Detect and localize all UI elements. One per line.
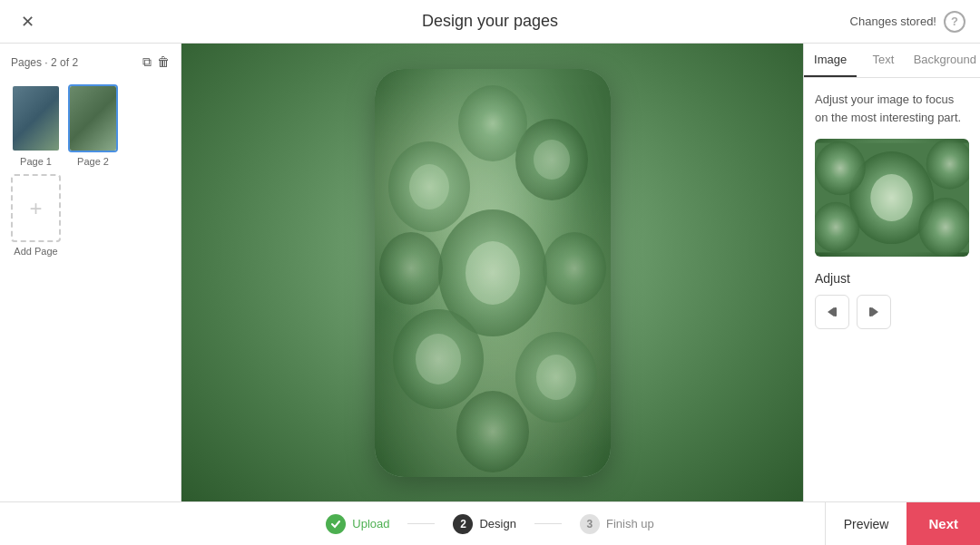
svg-point-9 bbox=[536, 355, 576, 400]
step-indicators: Upload 2 Design 3 Finish up bbox=[326, 514, 653, 534]
canvas-wrapper bbox=[375, 69, 611, 477]
step-finish-label: Finish up bbox=[606, 517, 654, 530]
right-panel-content: Adjust your image to focus on the most i… bbox=[804, 78, 980, 501]
step-divider-2 bbox=[534, 523, 562, 524]
svg-point-11 bbox=[543, 232, 606, 305]
step-upload-label: Upload bbox=[352, 517, 389, 530]
svg-marker-21 bbox=[828, 307, 834, 316]
step-design: 2 Design bbox=[453, 514, 515, 534]
step-upload-num bbox=[326, 514, 346, 534]
duplicate-page-button[interactable]: ⧉ bbox=[142, 54, 152, 70]
redo-adjust-button[interactable] bbox=[857, 295, 891, 329]
page-thumbnails: Page 1 Page 2 + Add Page bbox=[0, 77, 181, 264]
changes-stored-label: Changes stored! bbox=[850, 15, 936, 28]
svg-point-16 bbox=[870, 174, 912, 221]
svg-point-13 bbox=[456, 391, 529, 472]
adjust-description: Adjust your image to focus on the most i… bbox=[815, 91, 969, 126]
header-right: Changes stored! ? bbox=[850, 11, 965, 33]
page-1-label: Page 1 bbox=[20, 156, 52, 167]
page-thumb-1[interactable]: Page 1 bbox=[11, 84, 61, 167]
pages-label-row: Pages · 2 of 2 ⧉ 🗑 bbox=[0, 54, 181, 77]
step-upload: Upload bbox=[326, 514, 389, 534]
delete-page-button[interactable]: 🗑 bbox=[157, 54, 170, 70]
svg-point-3 bbox=[409, 164, 449, 209]
page-title: Design your pages bbox=[422, 12, 558, 31]
canvas-svg-decoration bbox=[375, 69, 611, 477]
undo-adjust-button[interactable] bbox=[815, 295, 849, 329]
step-design-label: Design bbox=[479, 517, 515, 530]
phone-frame bbox=[375, 69, 611, 477]
step-finish: 3 Finish up bbox=[580, 514, 654, 534]
main-layout: Pages · 2 of 2 ⧉ 🗑 Page 1 Page 2 bbox=[0, 44, 980, 501]
right-panel: Image Text Background Adjust your image … bbox=[803, 44, 980, 501]
undo-icon bbox=[824, 304, 840, 320]
phone-inner bbox=[375, 69, 611, 477]
checkmark-icon bbox=[330, 519, 341, 530]
preview-button[interactable]: Preview bbox=[825, 502, 907, 545]
step-divider-1 bbox=[407, 523, 435, 524]
close-button[interactable]: ✕ bbox=[15, 9, 40, 34]
svg-point-7 bbox=[416, 334, 461, 384]
tab-text[interactable]: Text bbox=[857, 44, 909, 77]
help-button[interactable]: ? bbox=[944, 11, 965, 33]
page-thumb-img-2 bbox=[68, 84, 118, 152]
bottom-right-actions: Preview Next bbox=[825, 502, 980, 545]
canvas-area bbox=[181, 44, 803, 501]
step-finish-num: 3 bbox=[580, 514, 600, 534]
svg-point-1 bbox=[466, 241, 520, 305]
svg-rect-24 bbox=[869, 307, 872, 316]
left-panel: Pages · 2 of 2 ⧉ 🗑 Page 1 Page 2 bbox=[0, 44, 181, 501]
pages-actions: ⧉ 🗑 bbox=[142, 54, 170, 70]
right-panel-tabs: Image Text Background bbox=[804, 44, 980, 78]
svg-rect-22 bbox=[834, 307, 837, 316]
tab-image[interactable]: Image bbox=[804, 44, 857, 77]
svg-point-5 bbox=[534, 140, 570, 180]
bottom-bar: Upload 2 Design 3 Finish up Preview Next bbox=[0, 501, 980, 545]
next-button[interactable]: Next bbox=[906, 502, 980, 545]
pages-count-label: Pages · 2 of 2 bbox=[11, 56, 78, 69]
svg-point-10 bbox=[379, 232, 443, 305]
adjust-controls bbox=[815, 295, 969, 329]
step-design-num: 2 bbox=[453, 514, 473, 534]
redo-icon bbox=[866, 304, 882, 320]
tab-background[interactable]: Background bbox=[910, 44, 980, 77]
header: ✕ Design your pages Changes stored! ? bbox=[0, 0, 980, 44]
page-thumb-2[interactable]: Page 2 bbox=[68, 84, 118, 167]
page-2-label: Page 2 bbox=[77, 156, 109, 167]
page-thumb-img-1 bbox=[11, 84, 61, 152]
svg-marker-23 bbox=[872, 307, 878, 316]
add-page-thumb[interactable]: + Add Page bbox=[11, 174, 61, 257]
svg-point-12 bbox=[458, 85, 527, 161]
preview-thumb-svg bbox=[815, 139, 969, 257]
image-preview-thumbnail bbox=[815, 139, 969, 257]
add-page-label: Add Page bbox=[14, 246, 57, 257]
add-page-icon: + bbox=[11, 174, 61, 242]
adjust-section-title: Adjust bbox=[815, 271, 969, 286]
svg-point-17 bbox=[815, 141, 866, 195]
